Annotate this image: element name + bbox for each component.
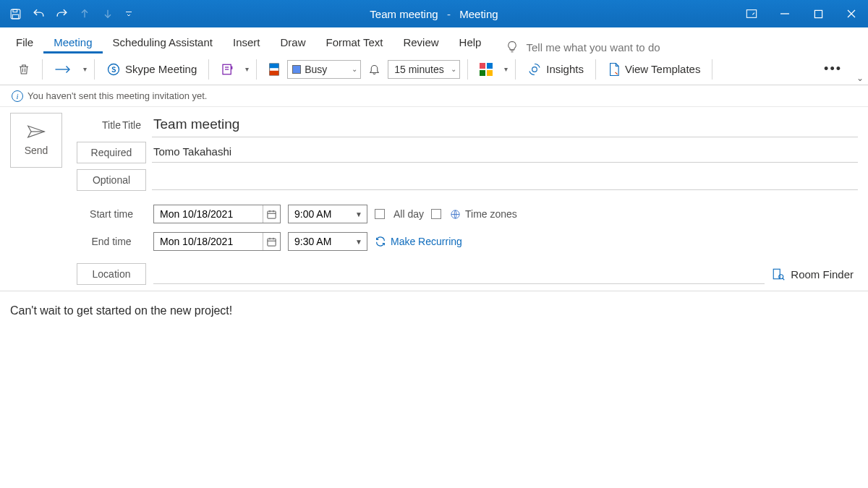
tab-draw[interactable]: Draw [270, 30, 315, 53]
forward-arrow-icon [54, 64, 72, 75]
tab-insert[interactable]: Insert [223, 30, 271, 53]
ribbon-more-commands[interactable]: ••• [820, 61, 846, 77]
tell-me-input[interactable] [526, 41, 714, 53]
previous-item-icon [77, 6, 93, 22]
optional-button[interactable]: Optional [77, 169, 146, 191]
delete-button[interactable] [13, 60, 35, 79]
end-time-field[interactable]: ▼ [288, 232, 367, 251]
reminder-button[interactable] [367, 63, 382, 75]
room-finder-button[interactable]: Room Finder [772, 267, 858, 281]
ribbon-tabs: File Meeting Scheduling Assistant Insert… [0, 27, 868, 53]
categorize-icon [480, 63, 493, 76]
svg-point-18 [532, 67, 537, 72]
window-controls [735, 0, 868, 27]
svg-rect-25 [268, 239, 276, 246]
window-title-context: Meeting [459, 8, 498, 20]
info-bar: i You haven't sent this meeting invitati… [0, 85, 868, 107]
forward-dropdown[interactable]: ▾ [83, 65, 87, 73]
show-as-button[interactable] [264, 60, 281, 79]
template-icon [608, 62, 621, 77]
calendar-icon[interactable] [263, 205, 280, 223]
recurrence-icon [375, 236, 386, 247]
make-recurring-link[interactable]: Make Recurring [375, 236, 462, 247]
bell-icon [368, 63, 380, 75]
time-zones-checkbox[interactable]: Time zones [431, 208, 517, 220]
end-date-input[interactable] [154, 236, 263, 247]
view-templates-button[interactable]: View Templates [603, 59, 705, 80]
skype-meeting-label: Skype Meeting [125, 63, 197, 75]
close-icon[interactable] [835, 0, 868, 27]
required-button[interactable]: Required [77, 142, 146, 163]
svg-rect-20 [268, 211, 276, 218]
title-bar: Team meeting - Meeting [0, 0, 868, 27]
reminder-value: 15 minutes [394, 64, 443, 75]
insights-label: Insights [546, 63, 584, 75]
quick-access-toolbar [0, 6, 135, 22]
collapse-ribbon-icon[interactable]: ⌄ [856, 73, 864, 83]
send-icon [27, 124, 46, 139]
ribbon-commands: ▾ Skype Meeting ▾ Busy ⌄ 15 minutes [0, 53, 868, 85]
svg-rect-3 [746, 10, 756, 18]
send-button[interactable]: Send [10, 113, 62, 168]
tab-file[interactable]: File [6, 30, 43, 53]
end-date-field[interactable] [153, 232, 281, 251]
tab-help[interactable]: Help [449, 30, 492, 53]
redo-icon[interactable] [54, 6, 69, 22]
meeting-notes-button[interactable] [216, 60, 238, 79]
all-day-checkbox[interactable]: All day [375, 208, 424, 220]
insights-icon [527, 62, 542, 77]
start-date-field[interactable] [153, 205, 281, 223]
globe-icon [450, 209, 461, 220]
svg-line-31 [783, 278, 784, 280]
title-input[interactable] [153, 116, 856, 132]
calendar-icon[interactable] [263, 233, 280, 250]
next-item-icon [100, 6, 116, 22]
reminder-select[interactable]: 15 minutes ⌄ [388, 60, 460, 79]
end-time-input[interactable] [289, 236, 351, 247]
title-label2: Title [77, 119, 146, 131]
qat-customize-icon[interactable] [123, 6, 135, 22]
start-time-input[interactable] [289, 208, 351, 220]
categorize-button[interactable] [475, 60, 497, 79]
insights-button[interactable]: Insights [523, 59, 588, 80]
lightbulb-icon [506, 40, 519, 53]
ribbon-display-options-icon[interactable] [735, 0, 768, 27]
undo-icon[interactable] [30, 6, 46, 22]
tell-me-search[interactable] [506, 40, 714, 53]
chevron-down-icon[interactable]: ▼ [351, 238, 367, 246]
location-input[interactable] [153, 264, 765, 284]
busy-color-swatch [292, 65, 301, 74]
start-time-label: Start time [77, 208, 146, 220]
forward-button[interactable] [50, 61, 76, 78]
svg-rect-1 [12, 9, 17, 12]
svg-rect-5 [814, 10, 822, 17]
window-title-doc: Team meeting [370, 8, 438, 20]
start-date-input[interactable] [154, 208, 263, 220]
optional-input[interactable] [153, 173, 856, 185]
chevron-down-icon[interactable]: ▼ [351, 210, 367, 218]
tab-review[interactable]: Review [393, 30, 448, 53]
start-time-field[interactable]: ▼ [288, 205, 367, 223]
required-input[interactable] [153, 145, 856, 158]
svg-rect-16 [270, 70, 279, 74]
categorize-dropdown[interactable]: ▾ [504, 65, 508, 73]
skype-meeting-button[interactable]: Skype Meeting [102, 59, 201, 80]
notes-dropdown[interactable]: ▾ [245, 65, 249, 73]
save-icon[interactable] [7, 6, 23, 22]
tab-format-text[interactable]: Format Text [316, 30, 393, 53]
location-button[interactable]: Location [77, 263, 146, 285]
body-text: Can't wait to get started on the new pro… [10, 304, 232, 317]
meeting-form: Send Title Title Required Optional Start… [0, 107, 868, 285]
skype-icon [106, 62, 121, 77]
minimize-icon[interactable] [768, 0, 801, 27]
tab-meeting[interactable]: Meeting [43, 30, 102, 53]
meeting-body[interactable]: Can't wait to get started on the new pro… [0, 291, 868, 330]
show-as-select[interactable]: Busy ⌄ [287, 60, 361, 79]
send-label: Send [25, 145, 48, 156]
info-icon: i [12, 90, 23, 102]
room-finder-icon [772, 267, 785, 281]
maximize-icon[interactable] [801, 0, 835, 27]
calendar-block-icon [268, 63, 280, 76]
tab-scheduling[interactable]: Scheduling Assistant [103, 30, 223, 53]
info-text: You haven't sent this meeting invitation… [27, 90, 207, 101]
